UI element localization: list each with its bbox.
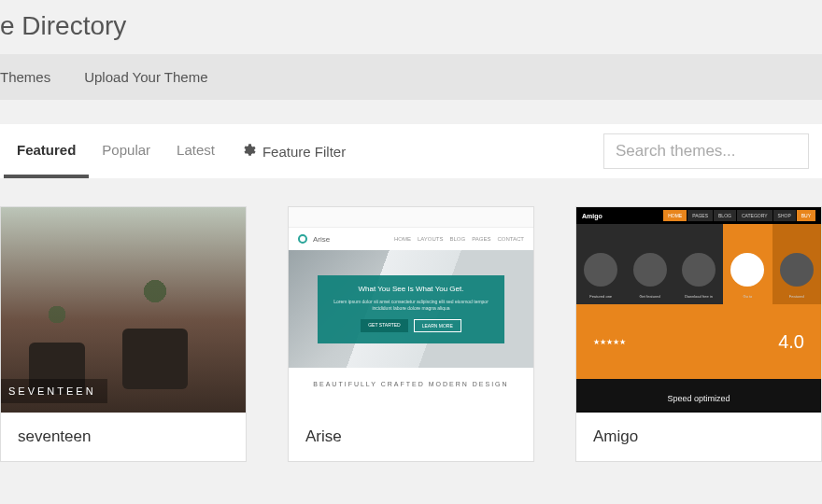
theme-name: seventeen — [1, 413, 246, 461]
theme-card-arise[interactable]: Arise HOME LAYOUTS BLOG PAGES CONTACT Wh… — [288, 206, 534, 462]
theme-card-seventeen[interactable]: SEVENTEEN seventeen — [0, 206, 247, 462]
cell-label: Featured one — [589, 294, 612, 299]
filter-bar: Featured Popular Latest Feature Filter — [0, 124, 822, 178]
logo-icon — [298, 234, 307, 244]
hero-btn-secondary: LEARN MORE — [414, 319, 461, 332]
nav-item: PAGES — [472, 236, 490, 242]
theme-thumb: SEVENTEEN — [1, 207, 246, 413]
nav-item: HOME — [663, 210, 687, 221]
hero-btn-primary: GET STARTED — [361, 319, 407, 332]
hero-text: Lorem ipsum dolor sit amet consectetur a… — [325, 299, 497, 312]
nav-item: CONTACT — [497, 236, 524, 242]
preview-topbar: Amigo HOME PAGES BLOG CATEGORY SHOP BUY — [576, 207, 821, 224]
theme-thumb: Amigo HOME PAGES BLOG CATEGORY SHOP BUY … — [576, 207, 821, 413]
gear-icon — [241, 143, 256, 161]
upload-theme-link[interactable]: Upload Your Theme — [84, 69, 207, 85]
cell-label: Get featured — [639, 294, 659, 299]
theme-name: Arise — [289, 413, 533, 461]
nav-item: BLOG — [450, 236, 466, 242]
preview-topbar — [289, 207, 533, 228]
footer-heading: Speed optimized — [667, 394, 730, 403]
feature-cell: Featured one — [576, 224, 625, 304]
nav-item: CATEGORY — [737, 210, 772, 221]
avatar-icon — [633, 253, 667, 287]
preview-brand: Amigo — [582, 213, 602, 219]
avatar-icon — [584, 253, 617, 287]
nav-item: SHOP — [773, 210, 796, 221]
feature-cell: Go to — [723, 224, 772, 304]
footer-bar — [576, 411, 821, 413]
toolbar: Themes Upload Your Theme — [0, 54, 822, 100]
feature-filter-label: Feature Filter — [262, 144, 346, 160]
preview-feature-row: Featured one Get featured Download free … — [576, 224, 821, 304]
hero-heading: What You See Is What You Get. — [325, 285, 497, 293]
preview-brand: Arise — [313, 235, 389, 244]
preview-rating-row: ★★★★★ 4.0 — [576, 304, 821, 379]
pot-graphic — [122, 329, 188, 389]
badge-text: SEVENTEEN — [8, 385, 96, 397]
feature-cell: Featured — [772, 224, 821, 304]
feature-filter-button[interactable]: Feature Filter — [241, 143, 346, 161]
theme-thumb: Arise HOME LAYOUTS BLOG PAGES CONTACT Wh… — [289, 207, 533, 413]
theme-name: Amigo — [576, 413, 821, 461]
tab-latest[interactable]: Latest — [163, 125, 228, 178]
preview-caption: BEAUTIFULLY CRAFTED MODERN DESIGN — [289, 368, 533, 400]
star-icons: ★★★★★ — [593, 338, 626, 346]
feature-cell: Get featured — [625, 224, 673, 304]
cell-label: Go to — [744, 294, 753, 299]
search-input[interactable] — [603, 133, 809, 169]
theme-badge: SEVENTEEN — [1, 379, 107, 403]
search-wrap — [603, 133, 809, 169]
nav-item: BUY — [797, 210, 815, 221]
plant-graphic — [118, 249, 192, 333]
feature-cell: Download free in — [674, 224, 723, 304]
preview-hero: What You See Is What You Get. Lorem ipsu… — [289, 250, 533, 368]
version-number: 4.0 — [778, 331, 804, 353]
theme-card-amigo[interactable]: Amigo HOME PAGES BLOG CATEGORY SHOP BUY … — [575, 206, 822, 462]
avatar-icon — [780, 253, 814, 287]
preview-nav: HOME PAGES BLOG CATEGORY SHOP BUY — [663, 210, 815, 221]
nav-item: LAYOUTS — [418, 236, 444, 242]
nav-item: PAGES — [687, 210, 713, 221]
hero-overlay: What You See Is What You Get. Lorem ipsu… — [318, 275, 504, 343]
preview-nav-links: HOME LAYOUTS BLOG PAGES CONTACT — [394, 236, 524, 242]
tab-featured[interactable]: Featured — [4, 125, 89, 178]
preview-footer: Speed optimized — [576, 379, 821, 413]
tab-popular[interactable]: Popular — [89, 125, 163, 178]
theme-grid: SEVENTEEN seventeen Arise HOME LAYOUTS B… — [0, 178, 822, 462]
avatar-icon — [730, 253, 764, 287]
page-title: e Directory — [0, 0, 822, 54]
avatar-icon — [682, 253, 716, 287]
nav-item: HOME — [394, 236, 411, 242]
nav-item: BLOG — [714, 210, 736, 221]
hero-buttons: GET STARTED LEARN MORE — [325, 319, 497, 332]
filter-tabs: Featured Popular Latest — [0, 125, 228, 178]
cell-label: Featured — [789, 294, 804, 299]
cell-label: Download free in — [685, 294, 713, 299]
themes-link[interactable]: Themes — [0, 69, 50, 85]
preview-nav: Arise HOME LAYOUTS BLOG PAGES CONTACT — [289, 228, 533, 250]
plant-graphic — [27, 282, 87, 347]
